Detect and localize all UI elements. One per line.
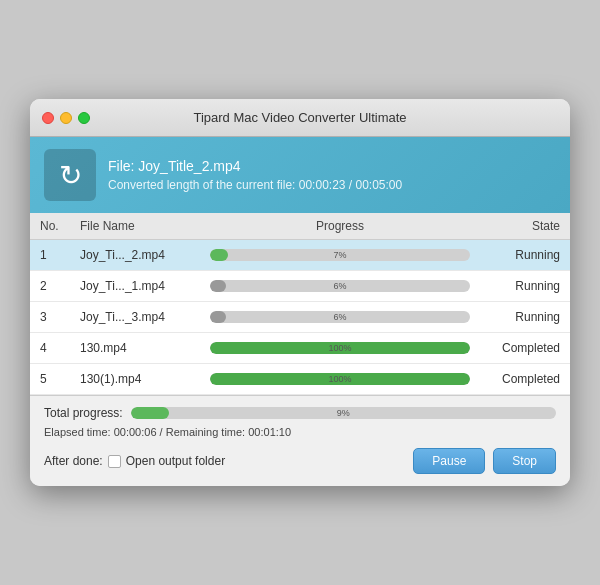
table-row: 3 Joy_Ti..._3.mp4 6% Running <box>30 302 570 333</box>
row-progress: 6% <box>210 311 470 323</box>
total-progress-pct: 9% <box>337 408 350 418</box>
header-converted: Converted length of the current file: 00… <box>108 178 402 192</box>
row-progress: 100% <box>210 373 470 385</box>
progress-bar-bg: 6% <box>210 311 470 323</box>
maximize-button[interactable] <box>78 112 90 124</box>
elapsed-text: Elapsed time: 00:00:06 / Remaining time:… <box>44 426 291 438</box>
header-text: File: Joy_Title_2.mp4 Converted length o… <box>108 158 402 192</box>
header-info: ↻ File: Joy_Title_2.mp4 Converted length… <box>30 137 570 213</box>
row-state: Completed <box>470 341 560 355</box>
open-folder-label: Open output folder <box>126 454 225 468</box>
table-row: 5 130(1).mp4 100% Completed <box>30 364 570 395</box>
progress-bar-fill <box>210 311 226 323</box>
file-table: No. File Name Progress State 1 Joy_Ti...… <box>30 213 570 395</box>
row-state: Running <box>470 279 560 293</box>
col-header-no: No. <box>40 219 80 233</box>
progress-bar-bg: 100% <box>210 342 470 354</box>
stop-button[interactable]: Stop <box>493 448 556 474</box>
titlebar: Tipard Mac Video Converter Ultimate <box>30 99 570 137</box>
total-progress-bar-bg: 9% <box>131 407 556 419</box>
table-header: No. File Name Progress State <box>30 213 570 240</box>
after-done-label: After done: <box>44 454 103 468</box>
table-row: 1 Joy_Ti..._2.mp4 7% Running <box>30 240 570 271</box>
progress-label: 6% <box>333 281 346 291</box>
progress-bar-bg: 6% <box>210 280 470 292</box>
total-progress-row: Total progress: 9% <box>44 406 556 420</box>
table-row: 4 130.mp4 100% Completed <box>30 333 570 364</box>
progress-bar-bg: 7% <box>210 249 470 261</box>
main-window: Tipard Mac Video Converter Ultimate ↻ Fi… <box>30 99 570 486</box>
footer: Total progress: 9% Elapsed time: 00:00:0… <box>30 395 570 486</box>
total-progress-bar-fill <box>131 407 169 419</box>
row-no: 3 <box>40 310 80 324</box>
progress-label: 7% <box>333 250 346 260</box>
row-progress: 7% <box>210 249 470 261</box>
header-filename: File: Joy_Title_2.mp4 <box>108 158 402 174</box>
after-done: After done: Open output folder <box>44 454 413 468</box>
table-row: 2 Joy_Ti..._1.mp4 6% Running <box>30 271 570 302</box>
close-button[interactable] <box>42 112 54 124</box>
minimize-button[interactable] <box>60 112 72 124</box>
row-name: Joy_Ti..._1.mp4 <box>80 279 210 293</box>
row-state: Running <box>470 310 560 324</box>
row-name: Joy_Ti..._2.mp4 <box>80 248 210 262</box>
elapsed-row: Elapsed time: 00:00:06 / Remaining time:… <box>44 426 556 438</box>
row-progress: 100% <box>210 342 470 354</box>
progress-bar-fill <box>210 249 228 261</box>
open-folder-checkbox[interactable] <box>108 455 121 468</box>
total-progress-label: Total progress: <box>44 406 123 420</box>
col-header-state: State <box>470 219 560 233</box>
row-progress: 6% <box>210 280 470 292</box>
row-state: Running <box>470 248 560 262</box>
col-header-name: File Name <box>80 219 210 233</box>
row-no: 2 <box>40 279 80 293</box>
traffic-lights <box>42 112 90 124</box>
convert-icon-glyph: ↻ <box>59 159 82 192</box>
row-name: 130(1).mp4 <box>80 372 210 386</box>
row-no: 4 <box>40 341 80 355</box>
row-state: Completed <box>470 372 560 386</box>
row-name: 130.mp4 <box>80 341 210 355</box>
convert-icon: ↻ <box>44 149 96 201</box>
row-no: 5 <box>40 372 80 386</box>
window-title: Tipard Mac Video Converter Ultimate <box>193 110 406 125</box>
progress-label: 100% <box>328 343 351 353</box>
progress-bar-fill <box>210 280 226 292</box>
row-no: 1 <box>40 248 80 262</box>
bottom-row: After done: Open output folder Pause Sto… <box>44 448 556 486</box>
progress-bar-bg: 100% <box>210 373 470 385</box>
progress-label: 6% <box>333 312 346 322</box>
progress-label: 100% <box>328 374 351 384</box>
col-header-progress: Progress <box>210 219 470 233</box>
pause-button[interactable]: Pause <box>413 448 485 474</box>
action-buttons: Pause Stop <box>413 448 556 474</box>
row-name: Joy_Ti..._3.mp4 <box>80 310 210 324</box>
